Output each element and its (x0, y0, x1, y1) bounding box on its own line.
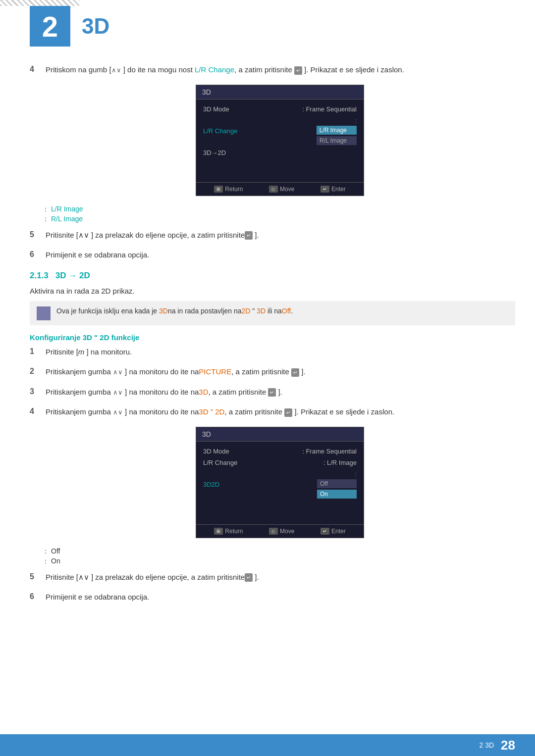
section-213-description: Aktivira na in rada za 2D prikaz. (30, 287, 515, 295)
config-step-3-num: 3 (30, 387, 41, 396)
lr-image-label: L/R Image (51, 205, 83, 213)
footer-enter-1: ↵ Enter (321, 186, 346, 193)
footer-enter-2: ↵ Enter (321, 528, 346, 535)
config-step-3-block: 3 Pritiskanjem gumba ∧∨ ] na monitoru do… (30, 387, 515, 398)
menu-screenshot-2: 3D 3D Mode : Frame Sequential L/R Change… (45, 427, 515, 538)
menu-label-3dmode-2: 3D Mode (203, 448, 229, 455)
footer-return-label-2: Return (225, 528, 243, 535)
menu-row-3dmode-2: 3D Mode : Frame Sequential (196, 446, 364, 457)
note-block: Ova je funkcija isklju ena kada je 3Dna … (30, 301, 515, 325)
step-6-block-1: 6 Primijenit e se odabrana opcija. (30, 250, 515, 261)
config-step-1-text: Pritisnite [m ] na monitoru. (46, 347, 132, 358)
chapter-number: 2 (42, 10, 58, 43)
menu-footer-1: ⊞ Return ◇ Move ↵ Enter (196, 182, 364, 196)
section-213-heading: 2.1.3 3D → 2D (30, 271, 515, 281)
chapter-number-box: 2 (30, 6, 70, 47)
note-icon (37, 306, 51, 320)
bullet-on: ː (45, 557, 47, 565)
step-5-text-2: Pritisnite [∧∨ ] za prelazak do eljene o… (46, 572, 259, 583)
note-3d-1: 3D (159, 307, 168, 315)
step-5-num-2: 5 (30, 572, 41, 581)
sub-option-off: ː Off (45, 547, 515, 555)
menu-footer-2: ⊞ Return ◇ Move ↵ Enter (196, 524, 364, 538)
footer-page-number: 28 (501, 738, 515, 753)
menu-screenshot-1: 3D 3D Mode : Frame Sequential L/R Change… (45, 85, 515, 196)
on-label: On (51, 557, 60, 565)
config-step-4-num: 4 (30, 407, 41, 416)
enter-icon-5: ↵ (284, 408, 292, 417)
menu-row-lrchange: L/R Change : L/R Image R/L Image (196, 115, 364, 147)
config-step-1-block: 1 Pritisnite [m ] na monitoru. (30, 347, 515, 358)
footer-return-2: ⊞ Return (214, 528, 243, 535)
step-6-num-1: 6 (30, 250, 41, 259)
bullet-off: ː (45, 547, 47, 555)
step-6-block-2: 6 Primijenit e se odabrana opcija. (30, 592, 515, 603)
footer-move-1: ◇ Move (269, 186, 294, 193)
wave-icon-1: ∧∨ (111, 65, 121, 75)
step-5-block-2: 5 Pritisnite [∧∨ ] za prelazak do eljene… (30, 572, 515, 583)
step-4-num: 4 (30, 65, 41, 74)
picture-highlight: PICTURE (199, 367, 231, 376)
section-213-num: 2.1.3 (30, 271, 49, 281)
step-4-block: 4 Pritiskom na gumb [∧∨ ] do ite na mogu… (30, 64, 515, 76)
step-4-text: Pritiskom na gumb [∧∨ ] do ite na mogu n… (46, 64, 404, 76)
option-on: On (317, 490, 357, 499)
return-icon-1: ⊞ (214, 186, 223, 193)
footer-enter-label-1: Enter (331, 186, 346, 193)
main-content: 4 Pritiskom na gumb [∧∨ ] do ite na mogu… (30, 64, 515, 612)
note-text: Ova je funkcija isklju ena kada je 3Dna … (56, 306, 293, 316)
footer-enter-label-2: Enter (331, 528, 346, 535)
menu-box-1: 3D 3D Mode : Frame Sequential L/R Change… (196, 85, 364, 196)
enter-icon-footer-1: ↵ (321, 186, 329, 193)
config-step-4-block: 4 Pritiskanjem gumba ∧∨ ] na monitoru do… (30, 406, 515, 418)
step-5-block-1: 5 Pritisnite [∧∨ ] za prelazak do eljene… (30, 230, 515, 241)
wave-icon-3: ∧∨ (113, 388, 123, 398)
menu-val-3dmode: : Frame Sequential (302, 105, 357, 113)
config-step-2-block: 2 Pritiskanjem gumba ∧∨ ] na monitoru do… (30, 366, 515, 378)
config-heading: Konfiguriranje 3D " 2D funkcije (30, 333, 515, 342)
wave-icon-4: ∧∨ (113, 407, 123, 417)
option-off: Off (317, 479, 357, 488)
footer-section-text: 2 3D (480, 741, 494, 749)
enter-icon-1: ↵ (294, 66, 302, 75)
sub-option-on: ː On (45, 557, 515, 565)
step-5-text-1: Pritisnite [∧∨ ] za prelazak do eljene o… (46, 230, 259, 241)
lr-sub-options: ː L/R Image ː R/L Image (45, 205, 515, 223)
enter-icon-3: ↵ (291, 368, 299, 377)
chapter-title: 3D (82, 14, 109, 39)
option-lr-image: L/R Image (317, 126, 357, 135)
enter-icon-2: ↵ (245, 231, 253, 240)
footer-return-label-1: Return (225, 186, 243, 193)
menu-box-2-body: 3D Mode : Frame Sequential L/R Change : … (196, 442, 364, 524)
3d-highlight: 3D (199, 388, 208, 396)
menu-label-lrchange-2: L/R Change (203, 459, 237, 466)
return-icon-2: ⊞ (214, 528, 223, 535)
note-off: Off (282, 307, 291, 315)
step-6-text-2: Primijenit e se odabrana opcija. (46, 592, 149, 603)
menu-label-3dmode: 3D Mode (203, 105, 229, 113)
menu-label-lrchange: L/R Change (203, 127, 237, 135)
footer-move-label-1: Move (280, 186, 294, 193)
menu-box-1-body: 3D Mode : Frame Sequential L/R Change : … (196, 100, 364, 182)
menu-val-3dmode-2: : Frame Sequential (302, 448, 357, 455)
3d2d-options: : Off On (317, 470, 357, 499)
note-2d: 2D (242, 307, 251, 315)
step-6-num-2: 6 (30, 592, 41, 601)
header-stripe (0, 0, 79, 6)
note-3d-2: 3D (257, 307, 266, 315)
menu-box-2: 3D 3D Mode : Frame Sequential L/R Change… (196, 427, 364, 538)
menu-label-3d2d-1: 3D→2D (203, 149, 226, 156)
rl-image-label: R/L Image (51, 215, 83, 223)
config-step-3-text: Pritiskanjem gumba ∧∨ ] na monitoru do i… (46, 387, 282, 398)
menu-val-lrchange-2: : L/R Image (323, 459, 357, 466)
config-step-2-text: Pritiskanjem gumba ∧∨ ] na monitoru do i… (46, 366, 306, 378)
footer-move-label-2: Move (280, 528, 294, 535)
move-icon-1: ◇ (269, 186, 278, 193)
3d2d-highlight: 3D " 2D (199, 407, 224, 416)
config-heading-text: Konfiguriranje 3D " 2D funkcije (30, 333, 139, 342)
lrchange-options: : L/R Image R/L Image (317, 117, 357, 145)
enter-icon-6: ↵ (245, 573, 253, 582)
menu-row-3dmode: 3D Mode : Frame Sequential (196, 103, 364, 115)
sub-option-lr: ː L/R Image (45, 205, 515, 213)
bullet-lr: ː (45, 205, 47, 213)
